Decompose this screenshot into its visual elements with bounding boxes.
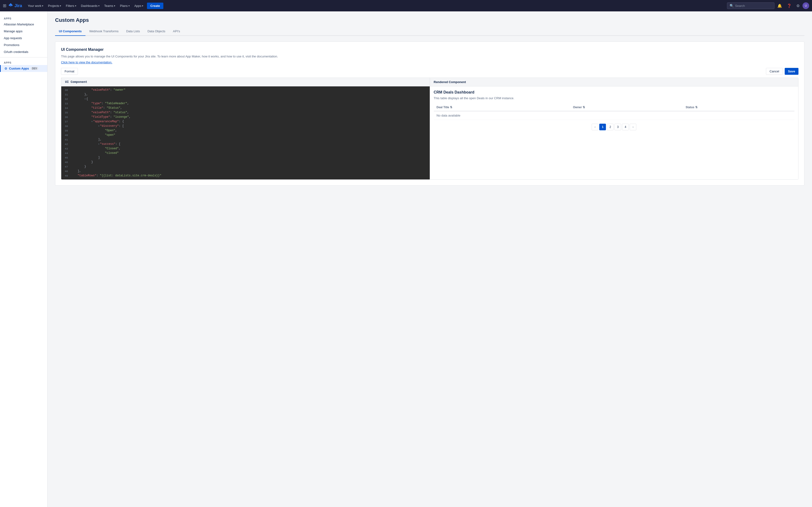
chevron-down-icon: ▾ bbox=[128, 4, 130, 7]
code-line-39: 39 "Open", bbox=[61, 128, 430, 133]
code-line-42: 42 ▾"success": [ bbox=[61, 142, 430, 147]
help-icon[interactable]: ❓ bbox=[785, 2, 794, 9]
col-deal-title: Deal Title ⇅ bbox=[434, 104, 570, 111]
code-editor-pane: UI Component 30 "valuePath": "owner" 31 … bbox=[61, 78, 430, 179]
rendered-pane: Rendered Component CRM Deals Dashboard T… bbox=[430, 78, 799, 179]
col-owner-sort[interactable]: Owner ⇅ bbox=[573, 106, 585, 109]
manage-apps-label: Manage apps bbox=[4, 30, 22, 33]
search-container: 🔍 bbox=[727, 2, 774, 9]
code-line-49: 49 "tableRows": "{{list: dataLists.site.… bbox=[61, 173, 430, 178]
section-title: UI Component Manager bbox=[61, 48, 799, 52]
page-title: Custom Apps bbox=[55, 17, 804, 23]
chevron-down-icon: ▾ bbox=[75, 4, 76, 7]
code-line-45: 45 ] bbox=[61, 156, 430, 160]
editor-header: UI Component bbox=[61, 78, 430, 87]
avatar[interactable]: U bbox=[803, 2, 809, 9]
rendered-content: CRM Deals Dashboard This table displays … bbox=[430, 87, 799, 134]
nav-projects[interactable]: Projects ▾ bbox=[46, 3, 63, 9]
section-desc: This page allows you to manage the UI Co… bbox=[61, 54, 799, 59]
code-line-33: 33 "type": "TableHeader", bbox=[61, 101, 430, 106]
create-button[interactable]: Create bbox=[147, 3, 163, 9]
custom-apps-icon: ⊙ bbox=[4, 67, 7, 70]
nav-filters[interactable]: Filters ▾ bbox=[64, 3, 78, 9]
col-status: Status ⇅ bbox=[683, 104, 795, 111]
settings-icon[interactable]: ⚙ bbox=[795, 2, 802, 9]
tab-ui-components[interactable]: UI Components bbox=[55, 27, 86, 36]
chevron-down-icon: ▾ bbox=[142, 4, 143, 7]
tab-data-lists[interactable]: Data Lists bbox=[122, 27, 144, 36]
nav-apps[interactable]: Apps ▾ bbox=[132, 3, 145, 9]
sidebar-item-oauth[interactable]: OAuth credentials bbox=[0, 48, 47, 55]
page-2-button[interactable]: 2 bbox=[607, 124, 613, 130]
rendered-title: CRM Deals Dashboard bbox=[434, 90, 795, 95]
code-line-47: 47 } bbox=[61, 165, 430, 169]
pagination: ‹ 1 2 3 4 › bbox=[434, 124, 795, 130]
promotions-label: Promotions bbox=[4, 43, 19, 47]
code-line-31: 31 }, bbox=[61, 92, 430, 97]
toolbar: Format Cancel Save bbox=[61, 68, 799, 75]
no-data-cell: No data available bbox=[434, 111, 795, 120]
col-deal-title-sort[interactable]: Deal Title ⇅ bbox=[437, 106, 452, 109]
toolbar-right: Cancel Save bbox=[766, 68, 799, 75]
main-content: Custom Apps UI Components Webhook Transf… bbox=[48, 11, 812, 507]
code-line-36: 36 "fieldType": "lozenge", bbox=[61, 115, 430, 119]
jira-logo-text: Jira bbox=[14, 3, 22, 8]
jira-logo[interactable]: Jira bbox=[8, 3, 22, 9]
code-line-48: 48 ], bbox=[61, 169, 430, 173]
marketplace-label: Atlassian Marketplace bbox=[4, 22, 34, 26]
code-line-30: 30 "valuePath": "owner" bbox=[61, 88, 430, 92]
dev-badge: DEV bbox=[31, 67, 38, 70]
page-1-button[interactable]: 1 bbox=[599, 124, 606, 130]
page-prev-button[interactable]: ‹ bbox=[592, 124, 598, 130]
code-line-41: 41 ], bbox=[61, 137, 430, 142]
jira-logo-icon bbox=[8, 3, 13, 9]
notifications-icon[interactable]: 🔔 bbox=[775, 2, 784, 9]
sidebar-apps-section-title: Apps bbox=[0, 59, 47, 65]
chevron-down-icon: ▾ bbox=[42, 4, 43, 7]
sidebar-apps-title: Apps bbox=[0, 15, 47, 21]
code-line-43: 43 "Closed", bbox=[61, 147, 430, 151]
search-icon: 🔍 bbox=[729, 4, 734, 8]
page-3-button[interactable]: 3 bbox=[614, 124, 621, 130]
sidebar: Apps Atlassian Marketplace Manage apps A… bbox=[0, 11, 48, 507]
code-lines[interactable]: 30 "valuePath": "owner" 31 }, 32 bbox=[61, 87, 430, 179]
rendered-header: Rendered Component bbox=[430, 78, 799, 87]
content-area: UI Component Manager This page allows yo… bbox=[55, 42, 804, 186]
table-row-no-data: No data available bbox=[434, 111, 795, 120]
cancel-button[interactable]: Cancel bbox=[766, 68, 782, 75]
format-button[interactable]: Format bbox=[61, 68, 78, 75]
nav-dashboards[interactable]: Dashboards ▾ bbox=[79, 3, 101, 9]
tab-apis[interactable]: API's bbox=[169, 27, 184, 36]
code-line-32: 32 ▾{ bbox=[61, 97, 430, 101]
toolbar-left: Format bbox=[61, 68, 78, 75]
code-line-38: 38 ▾"discovery": [ bbox=[61, 124, 430, 128]
page-next-button[interactable]: › bbox=[630, 124, 636, 130]
code-line-46: 46 } bbox=[61, 160, 430, 165]
table-header-row: Deal Title ⇅ Owner ⇅ Status ⇅ bbox=[434, 104, 795, 111]
page-layout: Apps Atlassian Marketplace Manage apps A… bbox=[0, 11, 812, 507]
nav-plans[interactable]: Plans ▾ bbox=[118, 3, 131, 9]
chevron-down-icon: ▾ bbox=[98, 4, 100, 7]
custom-apps-label: Custom Apps bbox=[9, 67, 29, 70]
nav-teams[interactable]: Teams ▾ bbox=[102, 3, 117, 9]
col-status-sort[interactable]: Status ⇅ bbox=[686, 106, 698, 109]
sidebar-item-marketplace[interactable]: Atlassian Marketplace bbox=[0, 21, 47, 28]
editor-container: UI Component 30 "valuePath": "owner" 31 … bbox=[61, 77, 799, 180]
sidebar-item-manage-apps[interactable]: Manage apps bbox=[0, 28, 47, 35]
search-input[interactable] bbox=[735, 4, 768, 8]
col-owner: Owner ⇅ bbox=[570, 104, 683, 111]
tab-webhook-transforms[interactable]: Webhook Transforms bbox=[86, 27, 122, 36]
tabs-container: UI Components Webhook Transforms Data Li… bbox=[55, 27, 804, 36]
tab-data-objects[interactable]: Data Objects bbox=[144, 27, 169, 36]
chevron-down-icon: ▾ bbox=[60, 4, 61, 7]
nav-your-work[interactable]: Your work ▾ bbox=[26, 3, 45, 9]
doc-link[interactable]: Click here to view the documentation. bbox=[61, 61, 112, 64]
code-line-40: 40 "open" bbox=[61, 133, 430, 137]
page-4-button[interactable]: 4 bbox=[622, 124, 629, 130]
grid-icon[interactable]: ⊞ bbox=[3, 3, 6, 8]
sidebar-item-promotions[interactable]: Promotions bbox=[0, 42, 47, 48]
sidebar-item-app-requests[interactable]: App requests bbox=[0, 35, 47, 42]
save-button[interactable]: Save bbox=[785, 68, 799, 75]
chevron-down-icon: ▾ bbox=[114, 4, 115, 7]
sidebar-item-custom-apps[interactable]: ⊙ Custom Apps DEV bbox=[0, 65, 47, 72]
